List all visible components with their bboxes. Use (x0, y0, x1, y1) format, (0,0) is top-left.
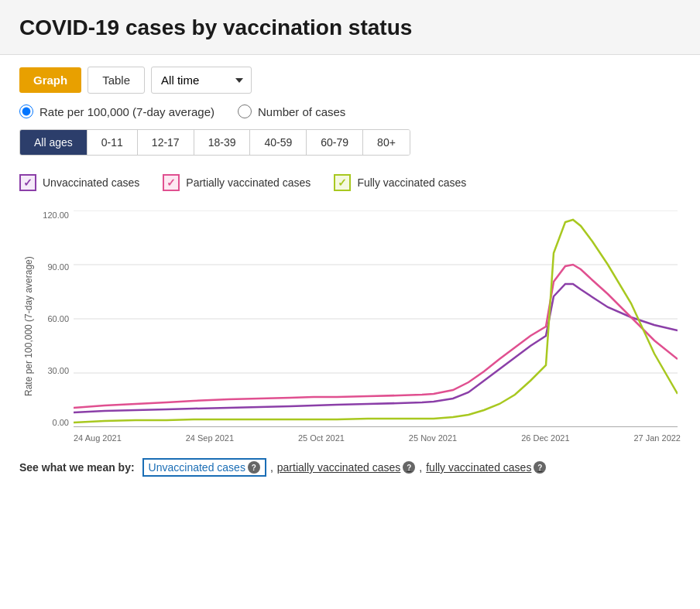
x-label-oct: 25 Oct 2021 (298, 433, 345, 443)
fully-cases-link[interactable]: fully vaccinated cases ? (426, 461, 546, 474)
x-axis-labels: 24 Aug 2021 24 Sep 2021 25 Oct 2021 25 N… (74, 433, 681, 443)
tab-all-ages[interactable]: All ages (20, 130, 88, 155)
tab-40-59[interactable]: 40-59 (250, 130, 307, 155)
cases-radio-label[interactable]: Number of cases (238, 104, 345, 118)
partially-check-icon: ✓ (163, 174, 180, 191)
cases-radio-text: Number of cases (258, 105, 345, 118)
y-axis-label: Rate per 100,000 (7-day average) (19, 210, 35, 443)
fully-link-text: fully vaccinated cases (426, 461, 531, 474)
table-button[interactable]: Table (88, 67, 145, 94)
unvaccinated-label: Unvaccinated cases (43, 176, 139, 189)
comma1: , (270, 461, 273, 474)
chart-wrapper: Rate per 100,000 (7-day average) 120.00 … (19, 210, 681, 443)
rate-radio-text: Rate per 100,000 (7-day average) (39, 105, 214, 118)
chart-svg (74, 210, 678, 427)
x-label-aug: 24 Aug 2021 (74, 433, 122, 443)
partially-cases-link[interactable]: partially vaccinated cases ? (277, 461, 416, 474)
chart-area: Rate per 100,000 (7-day average) 120.00 … (0, 210, 700, 443)
tab-80-plus[interactable]: 80+ (363, 130, 410, 155)
unvaccinated-check-icon: ✓ (19, 174, 36, 191)
legend-fully[interactable]: ✓ Fully vaccinated cases (334, 174, 466, 191)
green-line (74, 220, 678, 423)
chart-inner: 120.00 90.00 60.00 30.00 0.00 (35, 210, 681, 443)
graph-button[interactable]: Graph (19, 67, 81, 93)
page-container: COVID-19 cases by vaccination status Gra… (0, 0, 700, 492)
age-tabs: All ages 0-11 12-17 18-39 40-59 60-79 80… (19, 129, 410, 156)
controls-section: Graph Table All time Rate per 100,000 (7… (0, 55, 700, 210)
x-label-nov: 25 Nov 2021 (409, 433, 457, 443)
y-axis-ticks: 120.00 90.00 60.00 30.00 0.00 (35, 210, 74, 427)
fully-help-icon[interactable]: ? (534, 461, 546, 474)
x-label-dec: 26 Dec 2021 (521, 433, 569, 443)
radio-group: Rate per 100,000 (7-day average) Number … (19, 104, 681, 118)
y-tick-30: 30.00 (47, 366, 69, 375)
page-header: COVID-19 cases by vaccination status (0, 0, 700, 55)
tab-18-39[interactable]: 18-39 (194, 130, 251, 155)
y-tick-0: 0.00 (53, 418, 69, 427)
tab-60-79[interactable]: 60-79 (307, 130, 363, 155)
legend: ✓ Unvaccinated cases ✓ Partially vaccina… (19, 166, 681, 199)
rate-radio[interactable] (19, 104, 33, 118)
tab-12-17[interactable]: 12-17 (138, 130, 194, 155)
partially-label: Partially vaccinated cases (186, 176, 311, 189)
pink-line (74, 265, 678, 408)
y-tick-60: 60.00 (47, 314, 69, 323)
purple-line (74, 284, 678, 412)
unvaccinated-help-icon[interactable]: ? (248, 461, 260, 474)
fully-check-icon: ✓ (334, 174, 351, 191)
y-tick-120: 120.00 (43, 210, 69, 220)
y-tick-90: 90.00 (47, 262, 69, 272)
tab-0-11[interactable]: 0-11 (88, 130, 138, 155)
page-title: COVID-19 cases by vaccination status (19, 15, 681, 40)
footer-section: See what we mean by: Unvaccinated cases … (0, 443, 700, 492)
legend-partially[interactable]: ✓ Partially vaccinated cases (163, 174, 311, 191)
fully-label: Fully vaccinated cases (357, 176, 466, 189)
time-select[interactable]: All time (151, 67, 252, 94)
unvaccinated-link-text: Unvaccinated cases (149, 461, 245, 474)
cases-radio[interactable] (238, 104, 252, 118)
legend-unvaccinated[interactable]: ✓ Unvaccinated cases (19, 174, 139, 191)
see-label: See what we mean by: (19, 461, 135, 474)
comma2: , (419, 461, 422, 474)
x-label-jan: 27 Jan 2022 (633, 433, 681, 443)
top-controls: Graph Table All time (19, 67, 681, 94)
rate-radio-label[interactable]: Rate per 100,000 (7-day average) (19, 104, 214, 118)
x-label-sep: 24 Sep 2021 (186, 433, 234, 443)
partially-link-text: partially vaccinated cases (277, 461, 401, 474)
chart-svg-wrapper (74, 210, 681, 430)
unvaccinated-cases-link[interactable]: Unvaccinated cases ? (142, 458, 266, 477)
partially-help-icon[interactable]: ? (403, 461, 415, 474)
